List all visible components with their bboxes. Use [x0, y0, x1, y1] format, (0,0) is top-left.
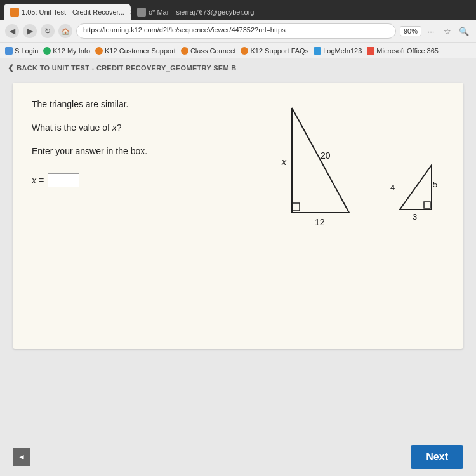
label-20: 20 — [321, 150, 331, 161]
menu-button[interactable]: ··· — [424, 24, 438, 38]
bottom-nav: ◄ Next — [0, 438, 476, 476]
small-triangle-container: 4 5 3 — [387, 159, 444, 230]
back-button[interactable]: ◀ — [5, 24, 19, 38]
forward-button[interactable]: ▶ — [23, 24, 37, 38]
diagrams-area: x 20 12 4 5 — [254, 102, 444, 230]
answer-input[interactable] — [48, 173, 79, 187]
search-icon[interactable]: 🔍 — [457, 24, 471, 38]
prev-button[interactable]: ◄ — [13, 448, 30, 466]
office-icon — [367, 47, 374, 55]
classconnect-label: Class Connect — [190, 47, 236, 55]
logmein-label: LogMeIn123 — [323, 47, 362, 55]
slogin-label: S Login — [15, 47, 38, 55]
address-input[interactable]: https://learning.k12.com/d2l/le/sequence… — [76, 23, 396, 39]
tab-inactive-label: o* Mail - sierraj7673@gecyber.org — [149, 8, 254, 16]
bookmark-slogin[interactable]: S Login — [5, 47, 38, 55]
zoom-level[interactable]: 90% — [400, 26, 421, 36]
tab-active[interactable]: 1.05: Unit Test - Credit Recover... ✕ — [4, 4, 131, 20]
content-card: The triangles are similar. What is the v… — [13, 83, 463, 349]
slogin-icon — [5, 47, 13, 55]
large-triangle-svg: x 20 12 — [254, 102, 368, 228]
page-area: ❮ BACK TO UNIT TEST - CREDIT RECOVERY_GE… — [0, 58, 476, 476]
next-button[interactable]: Next — [411, 445, 463, 469]
office-label: Microsoft Office 365 — [376, 47, 439, 55]
bookmark-myinfo[interactable]: K12 My Info — [43, 47, 90, 55]
prev-icon: ◄ — [18, 453, 25, 461]
bookmark-faq[interactable]: K12 Support FAQs — [241, 47, 308, 55]
faq-icon — [241, 47, 248, 55]
label-5: 5 — [433, 180, 437, 189]
tab-active-icon — [10, 8, 19, 17]
svg-rect-1 — [292, 203, 300, 211]
back-link-label: BACK TO UNIT TEST - CREDIT RECOVERY_GEOM… — [17, 64, 236, 72]
logmein-icon — [314, 47, 321, 55]
tab-inactive[interactable]: o* Mail - sierraj7673@gecyber.org — [131, 4, 260, 20]
bookmarks-bar: S Login K12 My Info K12 Customer Support… — [0, 42, 476, 58]
myinfo-label: K12 My Info — [53, 47, 90, 55]
address-bar-row: ◀ ▶ ↻ 🏠 https://learning.k12.com/d2l/le/… — [0, 20, 476, 42]
label-3: 3 — [413, 212, 417, 221]
support-icon — [95, 47, 103, 55]
bookmark-office[interactable]: Microsoft Office 365 — [367, 47, 439, 55]
bookmark-icon[interactable]: ☆ — [440, 24, 454, 38]
tab-bar: 1.05: Unit Test - Credit Recover... ✕ o*… — [0, 0, 476, 20]
bookmark-support[interactable]: K12 Customer Support — [95, 47, 176, 55]
tab-active-label: 1.05: Unit Test - Credit Recover... — [22, 8, 124, 16]
large-triangle-container: x 20 12 — [254, 102, 368, 230]
bookmark-classconnect[interactable]: Class Connect — [181, 47, 236, 55]
support-label: K12 Customer Support — [105, 47, 176, 55]
label-x: x — [281, 157, 287, 167]
address-text: https://learning.k12.com/d2l/le/sequence… — [83, 26, 286, 34]
answer-label: x = — [32, 175, 44, 185]
faq-label: K12 Support FAQs — [250, 47, 308, 55]
back-link[interactable]: ❮ BACK TO UNIT TEST - CREDIT RECOVERY_GE… — [0, 58, 476, 77]
label-12: 12 — [315, 217, 325, 227]
reload-button[interactable]: ↻ — [41, 24, 55, 38]
browser-controls: 90% ··· ☆ 🔍 — [400, 24, 471, 38]
bookmark-logmein[interactable]: LogMeIn123 — [314, 47, 362, 55]
tab-inactive-icon — [137, 8, 146, 17]
back-arrow-icon: ❮ — [8, 63, 14, 72]
svg-rect-3 — [424, 202, 430, 208]
home-button[interactable]: 🏠 — [58, 24, 72, 38]
small-triangle-svg: 4 5 3 — [387, 159, 444, 222]
browser-chrome: 1.05: Unit Test - Credit Recover... ✕ o*… — [0, 0, 476, 58]
svg-marker-2 — [400, 165, 432, 209]
label-4: 4 — [390, 183, 395, 192]
myinfo-icon — [43, 47, 51, 55]
classconnect-icon — [181, 47, 188, 55]
